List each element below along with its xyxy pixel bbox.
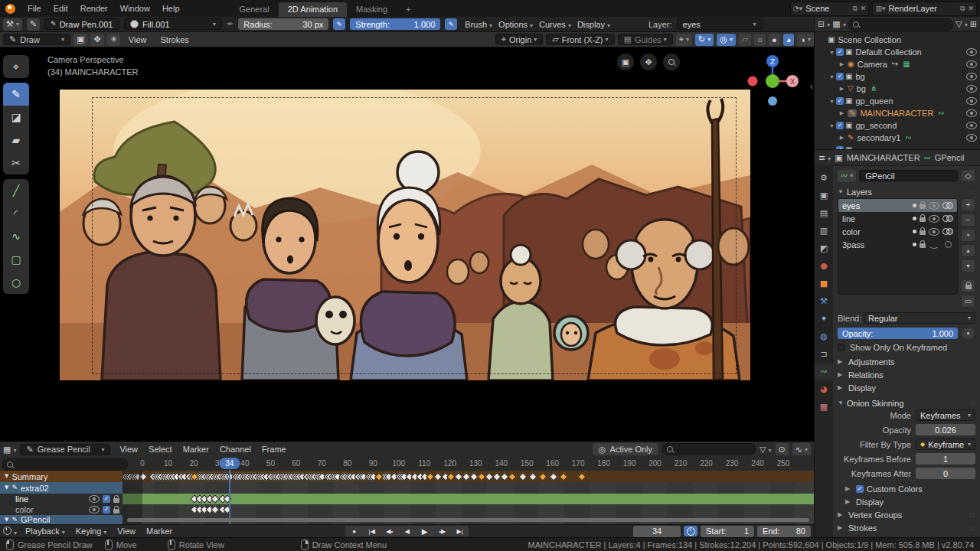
dopesheet-body[interactable]: 0102030405060708090100110120130140150160… (0, 457, 814, 524)
outliner-item-label[interactable]: MAINCHARACTER (860, 109, 933, 118)
play-reverse-button[interactable]: ◀ (398, 526, 416, 536)
popover-curves[interactable]: Curves▾ (536, 20, 574, 29)
workspace-tab-masking[interactable]: Masking (347, 2, 397, 17)
gpencil-datablock-icon[interactable]: ∾▾ (838, 170, 856, 182)
strength-slider[interactable]: Strength:1.000 (350, 18, 440, 30)
outliner-item-label[interactable]: Camera (858, 60, 887, 69)
onion-opacity-field[interactable]: 0.026 (916, 424, 975, 435)
outliner-editor-icon[interactable]: ⊟▾ (818, 20, 830, 28)
blender-logo-icon[interactable] (5, 4, 15, 14)
onion-skinning-panel-header[interactable]: ▼Onion Skinning∷ (838, 396, 975, 409)
expander-icon[interactable]: ▼ (828, 99, 836, 104)
lock-icon[interactable] (920, 217, 926, 222)
collection-checkbox[interactable]: ✓ (836, 48, 844, 56)
eye-icon[interactable] (929, 202, 939, 210)
playhead-line[interactable] (229, 470, 230, 524)
expander-icon[interactable]: ▶ (838, 110, 846, 116)
properties-tab-tool[interactable]: ⚙ (815, 170, 833, 186)
dopesheet-menu-view[interactable]: View (114, 445, 143, 454)
collection-checkbox[interactable]: ✓ (836, 73, 844, 80)
gp-layer-row[interactable]: eyes (838, 199, 957, 212)
gp-layer-row[interactable]: color (838, 225, 957, 238)
multiframe-toggle-icon[interactable]: ▣ (74, 34, 87, 46)
keyframe-selected[interactable] (577, 472, 586, 481)
expander-icon[interactable]: ▶ (838, 135, 846, 141)
viewport[interactable]: ⌖✎◪▰✂╱◜∿▢○ Camera Perspective (34) MAINC… (0, 47, 814, 442)
lock-frame-icon[interactable] (961, 279, 975, 292)
proportional-edit-icon[interactable]: ⊙ (776, 443, 789, 455)
panel-adjustments[interactable]: ▶Adjustments (838, 355, 975, 368)
scene-selector[interactable]: ◔▾ Scene ⧉ ✕ (790, 2, 870, 16)
orientation-selector[interactable]: ⌖Origin▾ (495, 34, 544, 45)
jump-start-button[interactable]: |◀ (363, 526, 381, 536)
tool-cutter[interactable]: ✂ (3, 152, 29, 174)
outliner-row[interactable]: ▼✓▣bg (815, 70, 980, 83)
move-layer-up-button[interactable]: ▲ (961, 244, 975, 257)
workspace-tab-item[interactable]: + (397, 2, 420, 17)
hide-in-viewport-icon[interactable] (966, 48, 977, 56)
hide-in-viewport-icon[interactable] (966, 73, 977, 80)
timeline-menu-view[interactable]: View (112, 527, 141, 536)
hide-in-viewport-icon[interactable] (966, 97, 977, 105)
shading-wireframe-icon[interactable]: ○ (754, 34, 766, 46)
frame-start-field[interactable]: Start:1 (701, 526, 754, 537)
brush-icon[interactable]: ✎ (27, 18, 40, 31)
new-layer-icon[interactable]: ⧉ (960, 5, 965, 13)
channel-track[interactable] (122, 482, 814, 494)
dopesheet-menu-frame[interactable]: Frame (256, 445, 292, 454)
gp-layer-row[interactable]: line (838, 212, 957, 225)
expander-icon[interactable]: ▼ (828, 50, 836, 55)
panel-vertex-groups[interactable]: ▶Vertex Groups∷ (838, 508, 975, 521)
keyframe-selected[interactable] (559, 472, 567, 481)
animate-opacity-icon[interactable]: • (961, 327, 975, 340)
dopesheet-filter-icon[interactable]: ▽▾ (760, 445, 771, 454)
use-preview-range-icon[interactable] (684, 526, 697, 536)
onion-display-panel[interactable]: ▶Display (845, 495, 975, 508)
onion-skin-icon[interactable] (942, 228, 953, 235)
pin-icon[interactable]: ✒ (227, 20, 234, 28)
properties-tab-view-layer[interactable]: ▥ (815, 223, 833, 239)
timeline-menu-keying[interactable]: Keying▾ (70, 527, 113, 536)
properties-tab-object-data[interactable]: ∾ (815, 364, 833, 380)
new-collection-icon[interactable]: ⊞ (970, 20, 977, 28)
breadcrumb-object[interactable]: MAINCHARACTER (847, 153, 920, 162)
workspace-tab-general[interactable]: General (230, 2, 279, 17)
outliner-item-label[interactable]: Default Collection (855, 47, 921, 57)
outliner-row[interactable]: ▼✓▣gp_second (815, 119, 980, 132)
hide-in-viewport-icon[interactable] (966, 134, 977, 142)
prev-keyframe-button[interactable]: ◀• (381, 526, 398, 536)
outliner-row[interactable]: ▶▽bg⋔ (815, 83, 980, 95)
dopesheet-search-input[interactable] (662, 443, 756, 455)
lock-icon[interactable] (920, 230, 926, 235)
outliner-item-label[interactable]: gp_second (855, 121, 897, 130)
datablock-name-field[interactable]: GPencil (859, 170, 958, 181)
outliner-item-label[interactable]: Scene Collection (838, 35, 901, 44)
outliner-item-label[interactable]: gp_queen (855, 96, 893, 106)
move-layer-down-button[interactable]: ▼ (961, 259, 975, 272)
remove-layer-icon[interactable]: ✕ (968, 5, 974, 12)
tool-erase[interactable]: ▰ (3, 129, 29, 152)
tool-circle[interactable]: ○ (3, 271, 29, 294)
keyframe[interactable] (549, 472, 557, 481)
layer-opacity-slider[interactable]: Opacity:1.000 (838, 328, 958, 339)
add-layer-button[interactable]: + (961, 198, 975, 211)
properties-tab-effects[interactable]: ✦ (815, 311, 833, 327)
menu-window[interactable]: Window (114, 4, 156, 13)
properties-tab-modifiers[interactable]: ⚒ (815, 293, 833, 309)
keyframe-selected[interactable] (426, 472, 434, 481)
tool-line[interactable]: ╱ (3, 179, 29, 202)
properties-tab-texture[interactable]: ▦ (815, 399, 833, 415)
delete-scene-icon[interactable]: ✕ (861, 5, 867, 12)
layer-selector[interactable]: eyes▾ (677, 18, 763, 30)
keyframe-selected[interactable] (539, 472, 547, 481)
tool-draw[interactable]: ✎ (3, 83, 29, 106)
region-collapse-arrow[interactable]: ‹ (810, 81, 813, 92)
display-mode-icon[interactable]: ▦▾ (832, 20, 845, 28)
properties-tab-physics[interactable]: ◍ (815, 328, 833, 344)
collection-checkbox[interactable]: ✓ (836, 97, 844, 105)
tool-curve[interactable]: ∿ (3, 225, 29, 248)
filter-icon[interactable]: ▽▾ (956, 20, 967, 28)
properties-editor-icon[interactable]: ≡▾ (818, 154, 831, 162)
shading-solid-icon[interactable]: ● (769, 34, 780, 46)
outliner-row[interactable]: ▶✎MAINCHARACTER∾ (815, 107, 980, 119)
